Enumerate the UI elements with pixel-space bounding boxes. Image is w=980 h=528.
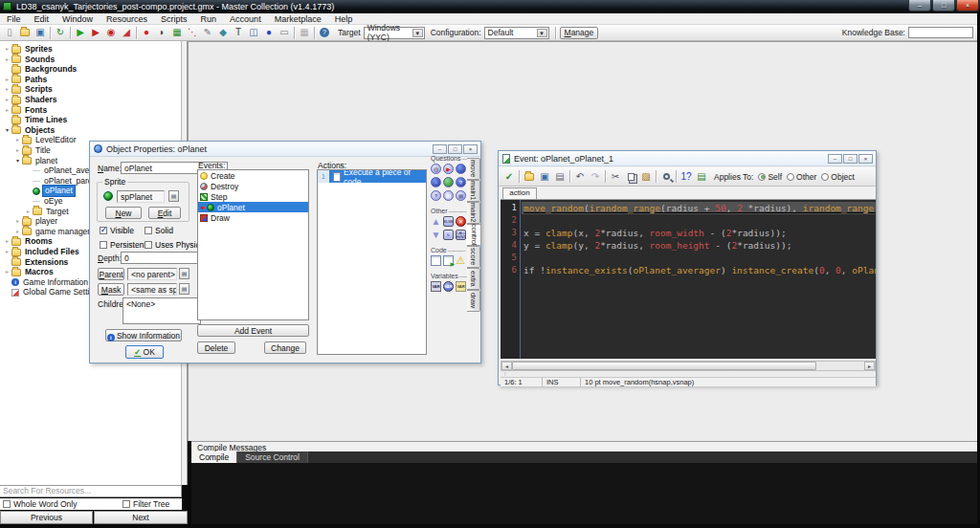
tree-item-sprites[interactable]: ▸Sprites: [0, 44, 182, 55]
manage-button[interactable]: Manage: [560, 27, 599, 39]
event-row-oplanet[interactable]: ◂▸oPlanet: [198, 202, 308, 212]
create-timeline-icon[interactable]: ◫: [246, 26, 261, 40]
end-block-icon[interactable]: ▼: [431, 230, 441, 240]
execute-code-icon[interactable]: [431, 255, 441, 266]
tab-main1[interactable]: main1: [467, 180, 480, 202]
close-icon[interactable]: ×: [858, 154, 873, 164]
sprite-name-field[interactable]: spPlanet: [117, 190, 165, 203]
comment-icon[interactable]: ⚠: [456, 255, 466, 266]
solid-checkbox[interactable]: Solid: [145, 226, 173, 235]
open-project-icon[interactable]: [17, 26, 33, 40]
show-information-button[interactable]: iShow Information: [105, 329, 182, 341]
if-grid-icon[interactable]: ▦: [456, 190, 466, 201]
create-room-icon[interactable]: ▭: [277, 26, 292, 40]
target-dropdown[interactable]: Windows (YYC) ▼: [364, 27, 425, 39]
mask-button[interactable]: Mask: [98, 283, 124, 296]
maximize-icon[interactable]: □: [843, 154, 858, 164]
next-button[interactable]: Next: [94, 511, 188, 524]
edit-sprite-button[interactable]: Edit: [148, 207, 181, 219]
tree-item-scripts[interactable]: ▸Scripts: [0, 84, 182, 95]
scroll-right-icon[interactable]: ▸: [864, 362, 875, 370]
maximize-icon[interactable]: □: [448, 144, 462, 154]
set-variable-icon[interactable]: VAR: [431, 281, 441, 292]
create-sprite-icon[interactable]: ●: [139, 26, 154, 40]
applies-to-object[interactable]: Object: [816, 172, 855, 182]
undo-icon[interactable]: ↶: [572, 169, 588, 184]
uses-physics-checkbox[interactable]: Uses Physics: [145, 240, 204, 250]
tree-item-shaders[interactable]: ▸Shaders: [0, 95, 182, 105]
save-icon[interactable]: ▣: [537, 169, 552, 184]
tree-item-sounds[interactable]: ▸Sounds: [0, 55, 182, 65]
cut-icon[interactable]: ✂: [608, 169, 623, 184]
sprite-menu-button[interactable]: ▤: [168, 190, 179, 202]
filter-tree-checkbox[interactable]: Filter Tree: [122, 499, 169, 509]
if-expression-icon[interactable]: ?: [431, 190, 441, 201]
whole-word-checkbox[interactable]: Whole Word Only: [3, 499, 77, 509]
tab-main2[interactable]: main2: [467, 202, 480, 224]
delete-event-button[interactable]: Delete: [197, 341, 235, 354]
menu-run[interactable]: Run: [194, 13, 224, 24]
tree-item-paths[interactable]: ▸Paths: [0, 75, 182, 85]
parent-menu-button[interactable]: ▤: [179, 268, 189, 279]
help-icon[interactable]: ?: [317, 26, 332, 40]
copy-icon[interactable]: [623, 169, 638, 184]
compile-tab-source-control[interactable]: Source Control: [237, 451, 308, 463]
knowledge-base-input[interactable]: [908, 27, 973, 38]
event-row-create[interactable]: Create: [198, 170, 308, 181]
minimize-icon[interactable]: –: [433, 144, 447, 154]
ok-button[interactable]: ✓ OK: [125, 345, 164, 359]
compile-output[interactable]: [191, 463, 977, 524]
visible-checkbox[interactable]: Visible: [100, 226, 134, 235]
print-icon[interactable]: ▤: [552, 169, 568, 184]
horizontal-scrollbar[interactable]: ◂ ▸: [501, 361, 876, 371]
draw-variable-icon[interactable]: VAR: [456, 281, 466, 292]
create-path-icon[interactable]: ⋱: [185, 26, 200, 40]
run-debug-icon[interactable]: ▶: [88, 26, 103, 40]
restore-button[interactable]: □: [932, 0, 955, 11]
persistent-checkbox[interactable]: Persistent: [100, 240, 146, 250]
mask-menu-button[interactable]: ▤: [179, 283, 189, 295]
if-mouse-icon[interactable]: ▤: [443, 190, 454, 201]
scroll-left-icon[interactable]: ◂: [501, 362, 512, 370]
repeat-icon[interactable]: ↻: [443, 230, 454, 240]
create-shader-icon[interactable]: ◆: [215, 26, 231, 40]
tab-action[interactable]: action: [502, 187, 537, 199]
extension-icon[interactable]: ▦: [297, 26, 312, 40]
create-background-icon[interactable]: ▦: [169, 26, 185, 40]
goto-line-icon[interactable]: 1?: [679, 169, 694, 184]
actions-list[interactable]: 1Execute a piece of code: [317, 169, 427, 355]
menu-scripts[interactable]: Scripts: [154, 13, 194, 24]
if-object-icon[interactable]: [456, 164, 466, 174]
snippet-icon[interactable]: ▤: [694, 169, 709, 184]
tree-item-backgrounds[interactable]: Backgrounds: [0, 64, 182, 75]
clean-icon[interactable]: ◢: [119, 26, 134, 40]
compile-tab-compile[interactable]: Compile: [191, 451, 237, 463]
start-block-icon[interactable]: ▲: [431, 216, 441, 227]
event-row-step[interactable]: Step: [198, 191, 308, 202]
run-icon[interactable]: ▶: [73, 26, 88, 40]
configuration-dropdown[interactable]: Default ▼: [484, 27, 549, 39]
search-icon[interactable]: [658, 169, 674, 184]
test-variable-icon[interactable]: VAR: [443, 281, 454, 292]
search-input[interactable]: Search For Resources...: [0, 485, 182, 497]
code-editor-area[interactable]: 123456 move_random(irandom_range(radius …: [501, 199, 876, 359]
stop-icon[interactable]: ◉: [103, 26, 119, 40]
create-script-icon[interactable]: ✎: [200, 26, 215, 40]
tab-draw[interactable]: draw: [467, 290, 480, 312]
new-project-icon[interactable]: ▯: [2, 26, 17, 40]
apply-icon[interactable]: ✓: [501, 169, 517, 184]
paste-icon[interactable]: ▨: [638, 169, 654, 184]
if-collision-icon[interactable]: ▶: [443, 164, 454, 174]
menu-window[interactable]: Window: [56, 13, 100, 24]
menu-file[interactable]: File: [0, 13, 28, 24]
events-list[interactable]: CreateDestroyStep◂▸oPlanetDraw: [197, 169, 309, 320]
tab-score[interactable]: score: [467, 246, 480, 268]
menu-edit[interactable]: Edit: [28, 13, 56, 24]
tab-extra[interactable]: extra: [467, 268, 480, 290]
if-instance-count-icon[interactable]: ◦: [431, 177, 441, 187]
event-row-destroy[interactable]: Destroy: [198, 181, 308, 191]
if-chance-icon[interactable]: ◎: [431, 164, 441, 174]
parent-button[interactable]: Parent: [98, 268, 124, 280]
menu-resources[interactable]: Resources: [100, 13, 154, 24]
scrollbar-thumb[interactable]: [512, 362, 816, 370]
